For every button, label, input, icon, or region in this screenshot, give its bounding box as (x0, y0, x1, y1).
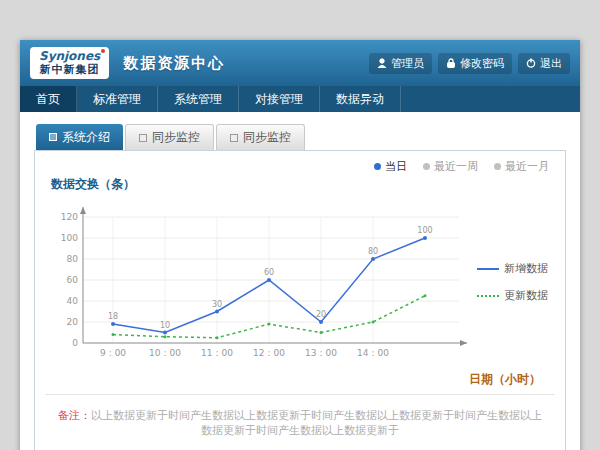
tab-system-intro[interactable]: 系统介绍 (36, 124, 123, 150)
footnote: 备注：以上数据更新于时间产生数据以上数据更新于时间产生数据以上数据更新于时间产生… (45, 394, 555, 450)
svg-text:80: 80 (67, 254, 79, 264)
header-user-area: 管理员 修改密码 退出 (369, 53, 570, 74)
line-chart: 0204060801001209：0010：0011：0012：0013：001… (45, 193, 475, 371)
nav-item-standard-mgmt[interactable]: 标准管理 (77, 86, 158, 112)
svg-text:40: 40 (67, 296, 79, 306)
logo-brand-text: Synjones (39, 50, 100, 64)
legend-last-week[interactable]: 最近一周 (423, 159, 478, 174)
chart-panel: 当日 最近一周 最近一月 数据交换（条） 0204060801001209：00… (34, 150, 566, 450)
tab-icon (230, 134, 238, 142)
user-icon (377, 58, 387, 68)
svg-text:120: 120 (61, 212, 78, 222)
logo-company-text: 新中新集团 (39, 64, 100, 77)
legend-today-dot-icon (374, 163, 381, 170)
series-new-data[interactable]: 新增数据 (477, 261, 548, 276)
lock-icon (446, 58, 456, 68)
svg-text:20: 20 (67, 317, 79, 327)
content-area: 系统介绍 同步监控 同步监控 当日 最近一周 (20, 112, 580, 450)
legend-last-week-dot-icon (423, 163, 430, 170)
chart-x-axis-title: 日期（小时） (45, 371, 541, 388)
tab-sync-monitor-1-label: 同步监控 (152, 129, 200, 146)
svg-text:13：00: 13：00 (305, 348, 337, 358)
svg-text:80: 80 (368, 247, 378, 256)
svg-text:100: 100 (61, 233, 78, 243)
main-nav: 首页 标准管理 系统管理 对接管理 数据异动 (20, 86, 580, 112)
svg-text:9：00: 9：00 (100, 348, 126, 358)
nav-item-integration-mgmt[interactable]: 对接管理 (239, 86, 320, 112)
legend-last-month-dot-icon (494, 163, 501, 170)
blue-line-icon (477, 268, 499, 270)
admin-user-label: 管理员 (391, 56, 424, 71)
green-dashed-line-icon (477, 295, 499, 297)
svg-text:0: 0 (72, 338, 78, 348)
change-password-label: 修改密码 (460, 56, 504, 71)
svg-text:11：00: 11：00 (201, 348, 233, 358)
svg-text:10: 10 (160, 321, 170, 330)
svg-text:14：00: 14：00 (357, 348, 389, 358)
tab-sync-monitor-2-label: 同步监控 (243, 129, 291, 146)
change-password-button[interactable]: 修改密码 (438, 53, 512, 74)
legend-today[interactable]: 当日 (374, 159, 407, 174)
time-range-legend: 当日 最近一周 最近一月 (45, 157, 555, 174)
footnote-label: 备注： (58, 409, 91, 422)
svg-text:10：00: 10：00 (149, 348, 181, 358)
company-logo: Synjones 新中新集团 (30, 47, 109, 79)
nav-item-system-mgmt[interactable]: 系统管理 (158, 86, 239, 112)
logout-label: 退出 (540, 56, 562, 71)
tab-system-intro-label: 系统介绍 (62, 129, 110, 146)
tab-bar: 系统介绍 同步监控 同步监控 (36, 124, 566, 150)
svg-text:18: 18 (108, 312, 118, 321)
legend-last-month-label: 最近一月 (505, 159, 549, 174)
legend-today-label: 当日 (385, 159, 407, 174)
header-bar: Synjones 新中新集团 数据资源中心 管理员 修改密码 退出 (20, 40, 580, 86)
svg-text:60: 60 (67, 275, 79, 285)
chart-y-axis-title: 数据交换（条） (51, 176, 555, 193)
page-title: 数据资源中心 (123, 54, 225, 73)
tab-sync-monitor-2[interactable]: 同步监控 (216, 124, 305, 150)
tab-icon (139, 134, 147, 142)
legend-last-month[interactable]: 最近一月 (494, 159, 549, 174)
svg-text:12：00: 12：00 (253, 348, 285, 358)
series-updated-data[interactable]: 更新数据 (477, 288, 548, 303)
svg-text:60: 60 (264, 268, 274, 277)
nav-item-data-change[interactable]: 数据异动 (320, 86, 401, 112)
tab-icon (49, 133, 57, 141)
svg-text:100: 100 (417, 226, 432, 235)
svg-text:30: 30 (212, 300, 222, 309)
legend-last-week-label: 最近一周 (434, 159, 478, 174)
footnote-text: 以上数据更新于时间产生数据以上数据更新于时间产生数据以上数据更新于时间产生数据以… (91, 409, 542, 437)
chart-row: 0204060801001209：0010：0011：0012：0013：001… (45, 193, 555, 371)
svg-text:20: 20 (316, 310, 326, 319)
series-legend: 新增数据 更新数据 (477, 261, 548, 303)
series-updated-data-label: 更新数据 (504, 288, 548, 303)
series-new-data-label: 新增数据 (504, 261, 548, 276)
logout-button[interactable]: 退出 (518, 53, 570, 74)
nav-item-home[interactable]: 首页 (20, 86, 77, 112)
power-icon (526, 58, 536, 68)
app-window: Synjones 新中新集团 数据资源中心 管理员 修改密码 退出 首页 标准管… (20, 40, 580, 450)
admin-user-button[interactable]: 管理员 (369, 53, 432, 74)
tab-sync-monitor-1[interactable]: 同步监控 (125, 124, 214, 150)
